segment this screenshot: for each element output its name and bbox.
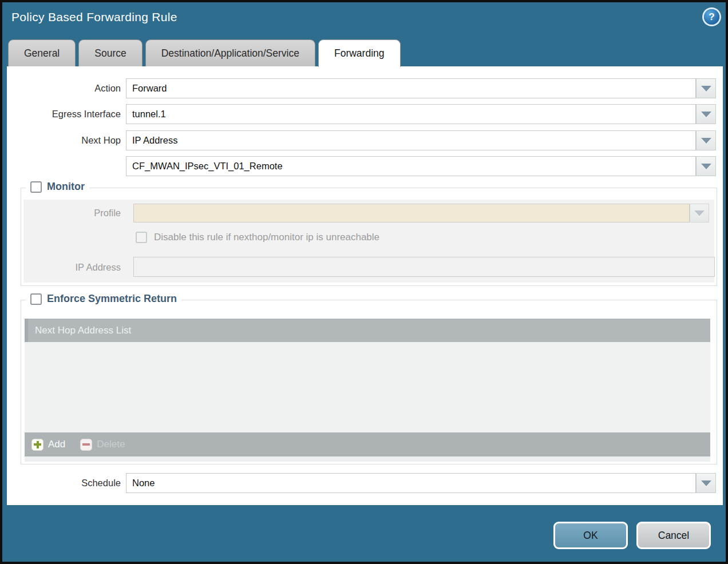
delete-button: Delete xyxy=(80,439,125,451)
ok-button[interactable]: OK xyxy=(553,522,628,549)
profile-dropdown-button xyxy=(690,204,709,223)
monitor-section: Monitor Profile Disable this rule if nex… xyxy=(21,188,717,286)
chevron-down-icon xyxy=(701,86,711,92)
egress-interface-dropdown-button[interactable] xyxy=(696,104,716,124)
profile-label: Profile xyxy=(23,208,121,219)
next-hop-address-list-body[interactable] xyxy=(25,342,710,432)
next-hop-type-select[interactable]: IP Address xyxy=(126,130,696,150)
chevron-down-icon xyxy=(694,210,705,216)
next-hop-address-list-table: Next Hop Address List Add Delete xyxy=(25,319,710,462)
enforce-symmetric-return-checkbox[interactable] xyxy=(30,293,42,305)
monitor-ip-address-input xyxy=(133,257,715,277)
monitor-legend: Monitor xyxy=(26,181,89,193)
egress-interface-label: Egress Interface xyxy=(7,104,121,124)
next-hop-address-row: CF_MWAN_IPsec_VTI_01_Remote xyxy=(7,156,723,176)
next-hop-address-dropdown-button[interactable] xyxy=(696,156,716,176)
tab-forwarding[interactable]: Forwarding xyxy=(318,39,401,67)
pbf-rule-dialog: Policy Based Forwarding Rule ? General S… xyxy=(0,0,728,564)
action-row: Action Forward xyxy=(7,78,723,98)
next-hop-address-list-toolbar: Add Delete xyxy=(25,432,710,456)
monitor-body: Profile Disable this rule if nexthop/mon… xyxy=(23,200,714,283)
add-button[interactable]: Add xyxy=(31,439,65,451)
disable-rule-checkbox xyxy=(136,232,147,243)
egress-interface-select[interactable]: tunnel.1 xyxy=(126,104,696,124)
next-hop-label: Next Hop xyxy=(7,130,121,150)
cancel-button[interactable]: Cancel xyxy=(636,522,711,549)
enforce-symmetric-return-legend: Enforce Symmetric Return xyxy=(26,293,181,305)
tab-source[interactable]: Source xyxy=(78,39,142,66)
help-icon[interactable]: ? xyxy=(704,9,719,25)
forwarding-tab-panel: Action Forward Egress Interface tunnel.1… xyxy=(7,66,723,505)
action-label: Action xyxy=(7,78,121,98)
disable-rule-label: Disable this rule if nexthop/monitor ip … xyxy=(154,232,379,243)
next-hop-row: Next Hop IP Address xyxy=(7,130,723,150)
delete-button-label: Delete xyxy=(97,439,125,450)
next-hop-address-list-header: Next Hop Address List xyxy=(25,319,710,342)
minus-icon xyxy=(80,439,92,451)
enforce-symmetric-return-section: Enforce Symmetric Return Next Hop Addres… xyxy=(21,300,717,464)
action-select[interactable]: Forward xyxy=(126,78,696,98)
monitor-ip-address-label: IP Address xyxy=(23,262,121,273)
schedule-select[interactable]: None xyxy=(126,473,696,493)
next-hop-type-dropdown-button[interactable] xyxy=(696,130,716,150)
chevron-down-icon xyxy=(701,112,711,117)
action-dropdown-button[interactable] xyxy=(696,78,716,98)
next-hop-address-select[interactable]: CF_MWAN_IPsec_VTI_01_Remote xyxy=(126,156,696,176)
egress-interface-row: Egress Interface tunnel.1 xyxy=(7,104,723,124)
tab-destination-application-service[interactable]: Destination/Application/Service xyxy=(145,39,315,66)
monitor-checkbox[interactable] xyxy=(30,181,42,193)
dialog-title: Policy Based Forwarding Rule xyxy=(11,10,177,24)
monitor-legend-label: Monitor xyxy=(47,181,85,193)
chevron-down-icon xyxy=(701,138,711,144)
schedule-row: Schedule None xyxy=(7,473,723,493)
tab-bar: General Source Destination/Application/S… xyxy=(8,39,401,67)
plus-icon xyxy=(31,439,43,451)
chevron-down-icon xyxy=(701,164,711,169)
disable-rule-option: Disable this rule if nexthop/monitor ip … xyxy=(136,232,379,243)
schedule-label: Schedule xyxy=(7,473,121,493)
chevron-down-icon xyxy=(701,480,711,486)
table-bottom-strip xyxy=(25,456,710,462)
profile-select xyxy=(133,204,690,223)
enforce-symmetric-return-label: Enforce Symmetric Return xyxy=(47,293,177,305)
tab-general[interactable]: General xyxy=(8,39,76,66)
add-button-label: Add xyxy=(48,439,65,450)
schedule-dropdown-button[interactable] xyxy=(696,473,716,493)
